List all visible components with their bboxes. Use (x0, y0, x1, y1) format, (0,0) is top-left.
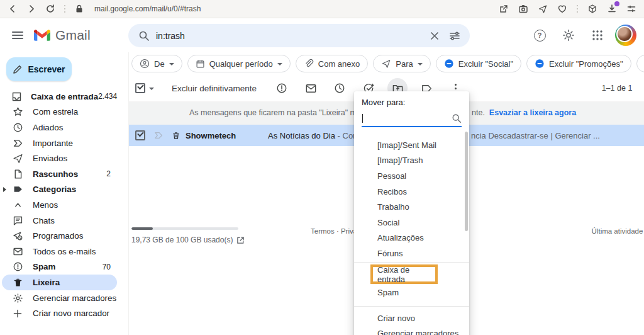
sidebar-item-starred[interactable]: Com estrela (0, 105, 117, 120)
apps-grid-button[interactable] (586, 24, 609, 47)
sidebar-item-all-mail[interactable]: Todos os e-mails (0, 244, 117, 259)
sidebar-item-inbox[interactable]: Caixa de entrada 2.434 (0, 89, 117, 105)
compose-button[interactable]: Escrever (6, 57, 72, 81)
sidebar-item-snoozed[interactable]: Adiados (0, 120, 117, 135)
delete-forever-button[interactable]: Excluir definitivamente (165, 80, 263, 97)
move-to-search-input[interactable] (362, 110, 462, 127)
empty-trash-link[interactable]: Esvaziar a lixeira agora (489, 108, 576, 117)
toolbar-separator (64, 5, 65, 13)
search-options-button[interactable] (445, 26, 465, 46)
sidebar-item-trash[interactable]: Lixeira (2, 275, 117, 290)
gmail-logo: Gmail (34, 28, 91, 43)
menu-scrollbar[interactable] (465, 132, 468, 231)
menu-item-trabalho[interactable]: Trabalho (354, 199, 469, 215)
scheduled-send-icon (11, 230, 24, 241)
snooze-button[interactable] (330, 78, 350, 98)
heart-icon[interactable] (557, 4, 567, 14)
hamburger-icon (12, 31, 23, 39)
profile-avatar[interactable] (615, 25, 636, 46)
sidebar-item-manage-labels[interactable]: Gerenciar marcadores (0, 290, 117, 306)
gmail-logo-text: Gmail (55, 28, 91, 43)
menu-item-sent-mail[interactable]: [Imap]/Sent Mail (354, 137, 469, 153)
star-icon (11, 106, 24, 117)
menu-item-imap-trash[interactable]: [Imap]/Trash (354, 153, 469, 169)
share-icon[interactable] (499, 4, 509, 14)
inbox-icon (11, 91, 22, 102)
send-icon[interactable] (538, 4, 548, 14)
menu-item-create-new[interactable]: Criar novo (354, 310, 469, 326)
search-icon[interactable] (138, 30, 150, 42)
main-menu-button[interactable] (5, 23, 30, 48)
sidebar-item-drafts[interactable]: Rascunhos 2 (0, 166, 117, 182)
chat-icon (11, 215, 24, 226)
chip-exclude-social[interactable]: Excluir "Social" (436, 55, 521, 72)
camera-icon[interactable] (518, 4, 528, 14)
importance-marker-icon[interactable] (154, 131, 164, 140)
search-input[interactable]: in:trash (156, 31, 425, 41)
menu-item-atualizacoes[interactable]: Atualizações (354, 230, 469, 246)
sidebar-item-sent[interactable]: Enviados (0, 150, 117, 166)
clear-search-button[interactable] (425, 26, 445, 46)
select-all-checkbox[interactable] (135, 83, 145, 93)
text-cursor (362, 114, 363, 123)
move-to-title: Mover para: (354, 91, 469, 107)
chip-period[interactable]: Qualquer período (187, 55, 291, 72)
clock-icon (334, 82, 345, 94)
chip-unread[interactable]: Não lido (636, 55, 644, 72)
menu-item-pessoal[interactable]: Pessoal (354, 168, 469, 184)
menu-item-inbox[interactable]: Caixa de entrada (377, 265, 435, 284)
cube-icon[interactable] (587, 4, 597, 14)
settings-button[interactable] (557, 24, 580, 47)
sidebar-item-scheduled[interactable]: Programados (0, 228, 117, 244)
draft-icon (11, 169, 24, 179)
menu-item-spam[interactable]: Spam (354, 284, 469, 300)
details-link[interactable]: Detalhes (592, 237, 644, 247)
url-bar[interactable]: mail.google.com/mail/u/0/#trash (94, 4, 201, 13)
expand-caret-icon[interactable] (3, 187, 6, 192)
send-icon (381, 59, 391, 69)
drafts-count: 2 (106, 169, 111, 178)
gmail-m-icon (34, 28, 50, 42)
person-icon (140, 59, 150, 69)
mark-read-button[interactable] (301, 78, 321, 98)
report-spam-button[interactable] (272, 78, 292, 98)
select-dropdown-icon[interactable] (149, 88, 154, 90)
minus-circle-icon (444, 59, 454, 69)
open-in-new-icon[interactable] (236, 236, 245, 244)
sidebar-item-categories[interactable]: Categorias (0, 182, 117, 198)
sidebar-item-spam[interactable]: Spam 70 (0, 259, 117, 275)
pencil-icon (13, 64, 23, 74)
help-icon: ? (534, 30, 546, 42)
highlight-box: Caixa de entrada (370, 264, 438, 284)
chip-from[interactable]: De (131, 55, 182, 72)
calendar-icon (196, 59, 205, 69)
sidebar-item-chats[interactable]: Chats (0, 213, 117, 229)
importance-icon (11, 138, 24, 149)
close-icon (430, 31, 440, 41)
row-checkbox[interactable] (135, 130, 145, 140)
sidebar: Escrever Caixa de entrada 2.434 Com estr… (0, 52, 128, 335)
menu-item-social[interactable]: Social (354, 215, 469, 230)
browser-settings-icon[interactable] (626, 4, 636, 14)
envelope-icon (305, 82, 317, 94)
chevron-down-icon (277, 63, 282, 65)
sidebar-item-create-label[interactable]: Criar novo marcador (0, 305, 117, 321)
help-button[interactable]: ? (528, 24, 551, 47)
forward-icon[interactable] (26, 4, 36, 14)
menu-item-manage-labels[interactable]: Gerenciar marcadores (354, 326, 469, 335)
sidebar-item-less[interactable]: Menos (0, 197, 117, 213)
chip-exclude-promos[interactable]: Excluir "Promoções" (526, 55, 631, 72)
menu-item-recibos[interactable]: Recibos (354, 184, 469, 200)
spam-icon (11, 261, 24, 272)
trash-label-icon (172, 131, 180, 140)
chip-has-attachment[interactable]: Com anexo (296, 55, 368, 72)
move-to-menu: Mover para: [Imap]/Sent Mail [Imap]/Tras… (354, 91, 469, 335)
reload-icon[interactable] (45, 4, 55, 14)
chip-to[interactable]: Para (373, 55, 430, 72)
label-list: [Imap]/Sent Mail [Imap]/Trash Pessoal Re… (354, 127, 469, 263)
menu-item-foruns[interactable]: Fóruns (354, 246, 469, 261)
back-icon[interactable] (8, 4, 18, 14)
search-bar[interactable]: in:trash (128, 24, 470, 47)
email-sender: Showmetech (186, 131, 236, 140)
sidebar-item-important[interactable]: Importante (0, 135, 117, 151)
